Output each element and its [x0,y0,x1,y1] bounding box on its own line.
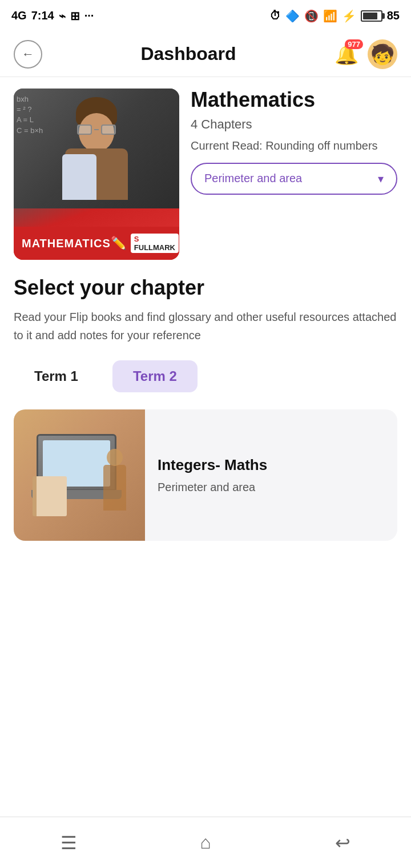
section-description: Read your Flip books and find glossary a… [14,308,397,344]
back-arrow-icon: ← [22,47,34,62]
bluetooth-icon: 🔷 [285,9,300,23]
course-chapters: 4 Chapters [191,117,397,132]
top-nav: ← Dashboard 🔔 977 🧒 [0,31,411,77]
back-button[interactable]: ← [14,40,42,69]
chapter-dropdown[interactable]: Perimeter and area ▾ [191,163,397,195]
thumbnail-brand: S FULLMARK [131,234,179,253]
nav-right-actions: 🔔 977 🧒 [335,39,397,69]
brand-s: S [134,235,139,243]
bottom-nav: ☰ ⌂ ↩ [0,817,411,868]
term-tabs: Term 1 Term 2 [14,360,397,392]
notification-button[interactable]: 🔔 977 [335,43,358,66]
main-content: bxh = ² ? A = L C = b×h [0,77,411,621]
course-card: bxh = ² ? A = L C = b×h [14,89,397,260]
course-info: Mathematics 4 Chapters Current Read: Rou… [191,89,397,195]
clock-icon: ⏱ [269,9,281,22]
brand-name: FULLMARK [134,243,175,252]
tab-term2[interactable]: Term 2 [112,360,198,392]
chapter-thumbnail [14,409,145,541]
status-bar: 4G 7:14 ⌁ ⊞ ··· ⏱ 🔷 📵 📶 ⚡ 85 [0,0,411,31]
menu-button[interactable]: ☰ [46,826,91,860]
battery-percent: 85 [387,9,400,22]
status-right: ⏱ 🔷 📵 📶 ⚡ 85 [269,9,400,23]
section-title: Select your chapter [14,276,397,300]
wifi-icon: 📶 [323,9,337,23]
home-icon: ⌂ [200,832,211,853]
battery-fill [363,13,378,19]
back-nav-button[interactable]: ↩ [320,826,365,860]
thumbnail-teacher-bg: bxh = ² ? A = L C = b×h [14,89,179,208]
chevron-down-icon: ▾ [378,172,384,186]
notification-badge: 977 [345,39,363,49]
signal-icon: 4G [11,9,27,22]
back-nav-icon: ↩ [335,832,350,854]
extra-icon: ⊞ [70,9,80,23]
dropdown-selected-text: Perimeter and area [204,172,302,185]
chapter-topic-0: Perimeter and area [158,481,385,494]
course-thumbnail: bxh = ² ? A = L C = b×h [14,89,179,260]
user-avatar[interactable]: 🧒 [368,39,397,69]
thumbnail-bottom-bar: MATHEMATICS ✏️ S FULLMARK [14,227,179,260]
page-title: Dashboard [140,43,236,65]
battery-indicator [361,10,382,22]
chapter-info-0: Integers- Maths Perimeter and area [145,409,397,541]
phone-icon: 📵 [304,9,319,23]
chapter-name-0: Integers- Maths [158,456,385,474]
chapter-card-0[interactable]: Integers- Maths Perimeter and area [14,409,397,541]
usb-icon: ⌁ [59,9,66,23]
avatar-icon: 🧒 [370,43,394,66]
chalkboard-text: bxh = ² ? A = L C = b×h [17,94,43,136]
course-current-read: Current Read: Rounding off numbers [191,138,397,154]
tab-term1[interactable]: Term 1 [14,360,99,392]
time-display: 7:14 [31,9,54,22]
course-title: Mathematics [191,89,397,111]
home-button[interactable]: ⌂ [183,826,228,860]
charging-icon: ⚡ [342,9,356,23]
dots-icon: ··· [84,9,94,22]
status-left: 4G 7:14 ⌁ ⊞ ··· [11,9,94,23]
thumbnail-subject-label: MATHEMATICS [22,237,111,250]
menu-icon: ☰ [61,832,77,854]
